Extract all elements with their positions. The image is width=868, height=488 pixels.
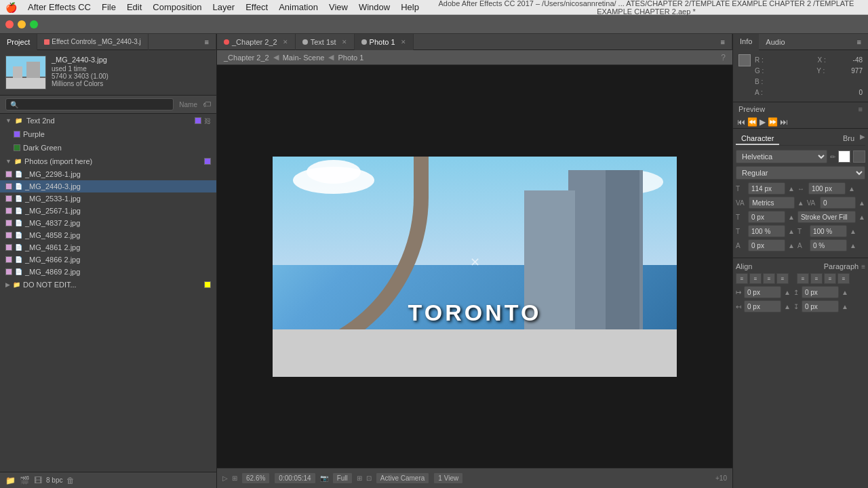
create-comp-icon[interactable]: 🎬 <box>20 476 30 485</box>
file-mg4861[interactable]: 📄 _MG_4861 2.jpg <box>0 241 216 253</box>
char-panel-expand[interactable]: ▶ <box>860 133 865 145</box>
kerning-up[interactable]: ▲ <box>797 199 804 207</box>
font-size-up[interactable]: ▲ <box>788 185 795 192</box>
stroke-type-select[interactable]: Stroke Over Fill <box>797 211 856 223</box>
close-button[interactable] <box>5 20 14 28</box>
breadcrumb-chapter2[interactable]: _Chapter 2_2 <box>224 54 269 62</box>
asset-folder-photos[interactable]: ▼ 📁 Photos (import here) <box>0 155 216 168</box>
h-scale-input[interactable]: 100 % <box>748 225 785 237</box>
hscale-up[interactable]: ▲ <box>788 228 795 235</box>
camera-view-control[interactable]: Active Camera <box>376 472 430 484</box>
search-box[interactable]: 🔍 <box>5 98 174 110</box>
comp-tab-chapter2[interactable]: _Chapter 2_2 ✕ <box>217 34 296 50</box>
para-align-center-button[interactable]: ≡ <box>810 273 823 284</box>
menu-file[interactable]: File <box>102 2 116 12</box>
skip-to-end-button[interactable]: ⏭ <box>780 117 788 127</box>
menu-window[interactable]: Window <box>359 2 390 12</box>
baseline-input[interactable]: 0 px <box>748 239 785 251</box>
margin-up[interactable]: ▲ <box>784 303 791 310</box>
paragraph-options[interactable]: ≡ <box>861 263 865 270</box>
breadcrumb-main-scene[interactable]: Main- Scene <box>283 54 325 62</box>
tab-effect-controls[interactable]: Effect Controls _MG_2440-3.j <box>37 34 149 50</box>
zoom-control[interactable]: 62.6% <box>241 472 270 484</box>
menu-edit[interactable]: Edit <box>127 2 142 12</box>
tracking-input[interactable]: 100 px <box>808 182 846 195</box>
comp-options-button[interactable]: ≡ <box>714 34 732 50</box>
space-after-input[interactable]: 0 px <box>802 300 839 312</box>
delete-icon[interactable]: 🗑 <box>66 476 75 485</box>
tsume-up[interactable]: ▲ <box>850 242 856 249</box>
asset-purple-label[interactable]: Purple <box>0 127 216 141</box>
tracking-up[interactable]: ▲ <box>848 185 855 192</box>
fill-color-icon[interactable]: ✏ <box>830 153 835 161</box>
maximize-button[interactable] <box>30 20 38 28</box>
settings-icon[interactable]: +10 <box>715 474 727 482</box>
view-count-control[interactable]: 1 View <box>433 472 463 484</box>
font-style-select[interactable]: Regular <box>736 166 865 180</box>
comp-tab-chapter2-close[interactable]: ✕ <box>283 39 288 45</box>
stroke-color-swatch[interactable] <box>853 150 865 163</box>
font-family-select[interactable]: Helvetica <box>736 150 827 163</box>
file-mg4837[interactable]: 📄 _MG_4837 2.jpg <box>0 217 216 229</box>
kerning-type-input[interactable]: Metrics <box>749 197 794 209</box>
fill-color-swatch[interactable] <box>838 150 850 163</box>
asset-darkgreen-label[interactable]: Dark Green <box>0 141 216 155</box>
skip-to-start-button[interactable]: ⏮ <box>737 117 745 127</box>
breadcrumb-photo1[interactable]: Photo 1 <box>338 54 363 62</box>
v-scale-input[interactable]: 100 % <box>810 225 847 237</box>
step-forward-button[interactable]: ⏩ <box>768 117 778 127</box>
minimize-button[interactable] <box>18 20 26 28</box>
resolution-control[interactable]: Full <box>332 472 353 484</box>
info-options-button[interactable]: ≡ <box>850 34 868 50</box>
space-after-up[interactable]: ▲ <box>842 303 848 310</box>
asset-folder-text2nd[interactable]: ▼ 📁 Text 2nd ⛓ <box>0 114 216 127</box>
indent-up[interactable]: ▲ <box>784 289 791 296</box>
tab-info[interactable]: Info <box>733 34 759 50</box>
align-right-button[interactable]: ≡ <box>763 273 775 284</box>
step-back-button[interactable]: ⏪ <box>747 117 757 127</box>
create-folder-icon[interactable]: 📁 <box>5 476 16 485</box>
tab-brush[interactable]: Bru <box>837 133 860 145</box>
menu-layer[interactable]: Layer <box>213 2 235 12</box>
menu-help[interactable]: Help <box>401 2 419 12</box>
menu-view[interactable]: View <box>329 2 348 12</box>
menu-animation[interactable]: Animation <box>279 2 318 12</box>
space-before-up[interactable]: ▲ <box>842 289 848 296</box>
align-center-button[interactable]: ≡ <box>749 273 762 284</box>
margin-input[interactable]: 0 px <box>744 300 781 312</box>
comp-tab-photo1-close[interactable]: ✕ <box>401 39 406 45</box>
file-mg4858[interactable]: 📄 _MG_4858 2.jpg <box>0 229 216 241</box>
stroke-width-up[interactable]: ▲ <box>788 214 795 221</box>
font-size-input[interactable]: 114 px <box>748 182 785 195</box>
file-mg4866[interactable]: 📄 _MG_4866 2.jpg <box>0 253 216 266</box>
file-mg4869[interactable]: 📄 _MG_4869 2.jpg <box>0 266 216 278</box>
tab-audio[interactable]: Audio <box>759 34 791 50</box>
file-mg2298[interactable]: 📄 _MG_2298-1.jpg <box>0 168 216 180</box>
menu-effect[interactable]: Effect <box>245 2 268 12</box>
para-align-justify-button[interactable]: ≡ <box>837 273 850 284</box>
tab-character[interactable]: Character <box>736 133 779 145</box>
stroke-type-up[interactable]: ▲ <box>859 214 865 221</box>
kerning-val-up[interactable]: ▲ <box>859 199 865 207</box>
footage-icon[interactable]: 🎞 <box>34 476 42 485</box>
vscale-up[interactable]: ▲ <box>850 228 856 235</box>
align-left-button[interactable]: ≡ <box>736 273 748 284</box>
play-button[interactable]: ▶ <box>760 117 766 127</box>
para-align-right-button[interactable]: ≡ <box>824 273 836 284</box>
kerning-val-input[interactable]: 0 <box>820 197 856 209</box>
comp-tab-text1st-close[interactable]: ✕ <box>342 39 347 45</box>
space-before-input[interactable]: 0 px <box>802 286 839 298</box>
indent-before-input[interactable]: 0 px <box>744 286 781 298</box>
asset-folder-donotedit[interactable]: ▶ 📁 DO NOT EDIT... <box>0 278 216 291</box>
file-mg2440[interactable]: 📄 _MG_2440-3.jpg <box>0 180 216 192</box>
comp-tab-text1st[interactable]: Text 1st ✕ <box>296 34 355 50</box>
tab-project[interactable]: Project <box>0 34 37 50</box>
panel-options-button[interactable]: ≡ <box>198 34 216 50</box>
menu-aftereffects[interactable]: After Effects CC <box>28 2 91 12</box>
file-mg2567[interactable]: 📄 _MG_2567-1.jpg <box>0 205 216 217</box>
menu-composition[interactable]: Composition <box>153 2 201 12</box>
tsume-input[interactable]: 0 % <box>810 239 847 251</box>
baseline-up[interactable]: ▲ <box>788 242 795 249</box>
para-align-left-button[interactable]: ≡ <box>797 273 809 284</box>
timecode-control[interactable]: 0:00:05:14 <box>274 472 315 484</box>
